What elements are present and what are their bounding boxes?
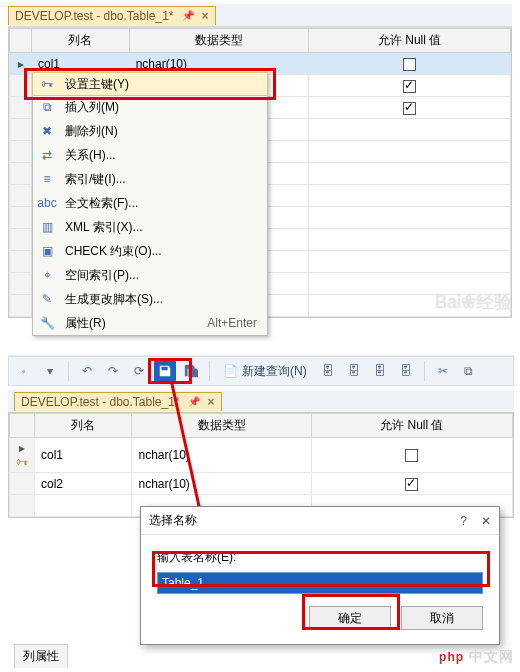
menu-xml-index[interactable]: ▥ XML 索引(X)... (33, 215, 267, 239)
menu-label: CHECK 约束(O)... (65, 243, 162, 260)
cut-icon[interactable]: ✂ (432, 360, 454, 382)
cell-null[interactable] (309, 53, 511, 75)
help-icon[interactable]: ? (460, 514, 467, 528)
menu-insert-column[interactable]: ⧉ 插入列(M) (33, 95, 267, 119)
close-icon[interactable]: × (208, 395, 215, 409)
new-query-label: 新建查询(N) (242, 363, 307, 380)
tab-strip: DEVELOP.test - dbo.Table_1* 📌 × (8, 390, 514, 412)
checkbox-icon[interactable] (405, 478, 418, 491)
xml-icon: ▥ (37, 220, 57, 234)
hdr-name: 列名 (32, 29, 130, 53)
save-icon (158, 364, 172, 378)
menu-label: XML 索引(X)... (65, 219, 143, 236)
undo-icon[interactable]: ↶ (76, 360, 98, 382)
column-properties-header[interactable]: 列属性 (14, 644, 68, 668)
menu-label: 生成更改脚本(S)... (65, 291, 163, 308)
redo-icon[interactable]: ↷ (102, 360, 124, 382)
spatial-icon: ⌖ (37, 268, 57, 282)
designer-tab[interactable]: DEVELOP.test - dbo.Table_1* 📌 × (8, 6, 216, 25)
table-row[interactable]: ▸🗝 col1 nchar(10) (10, 438, 513, 473)
cell-name[interactable]: col2 (35, 473, 132, 495)
menu-properties[interactable]: 🔧 属性(R) Alt+Enter (33, 311, 267, 335)
refresh-icon[interactable]: ⟳ (128, 360, 150, 382)
cell-null[interactable] (311, 473, 512, 495)
nav-back-icon[interactable]: ◦ (13, 360, 35, 382)
insert-icon: ⧉ (37, 100, 57, 114)
checkbox-icon[interactable] (403, 80, 416, 93)
wrench-icon: 🔧 (37, 316, 57, 330)
input-label: 输入表名称(E): (157, 549, 483, 566)
cell-name[interactable]: col1 (35, 438, 132, 473)
hdr-type: 数据类型 (132, 414, 311, 438)
watermark: Bai❀经验 (435, 290, 512, 314)
hdr-null: 允许 Null 值 (309, 29, 511, 53)
menu-indexes-keys[interactable]: ≡ 索引/键(I)... (33, 167, 267, 191)
hdr-name: 列名 (35, 414, 132, 438)
menu-label: 属性(R) (65, 315, 106, 332)
toolbar: ◦ ▾ ↶ ↷ ⟳ 📄 新建查询(N) 🗄 🗄 🗄 🗄 ✂ ⧉ (8, 356, 514, 386)
cell-type[interactable]: nchar(10) (132, 473, 311, 495)
designer-tab[interactable]: DEVELOP.test - dbo.Table_1* 📌 × (14, 392, 222, 411)
checkbox-icon[interactable] (405, 449, 418, 462)
save-all-icon[interactable] (180, 360, 202, 382)
menu-set-primary-key[interactable]: 🗝 设置主键(Y) (32, 72, 268, 96)
close-icon[interactable]: ✕ (481, 514, 491, 528)
save-button[interactable] (154, 360, 176, 382)
brand-watermark: php php 中文网中文网 (439, 648, 514, 666)
menu-delete-column[interactable]: ✖ 删除列(N) (33, 119, 267, 143)
cell-null[interactable] (311, 438, 512, 473)
menu-fulltext-index[interactable]: abc 全文检索(F)... (33, 191, 267, 215)
checkbox-icon[interactable] (403, 58, 416, 71)
hdr-type: 数据类型 (129, 29, 309, 53)
table-row[interactable]: col2 nchar(10) (10, 473, 513, 495)
ok-button[interactable]: 确定 (309, 606, 391, 630)
menu-label: 索引/键(I)... (65, 171, 126, 188)
primary-key-icon: 🗝 (16, 455, 28, 469)
tab-strip: DEVELOP.test - dbo.Table_1* 📌 × (8, 4, 512, 26)
db-xmla-icon[interactable]: 🗄 (369, 360, 391, 382)
dialog-titlebar[interactable]: 选择名称 ? ✕ (141, 507, 499, 535)
cell-type[interactable]: nchar(10) (132, 438, 311, 473)
tab-title: DEVELOP.test - dbo.Table_1* (15, 9, 174, 23)
delete-icon: ✖ (37, 124, 57, 138)
menu-spatial-index[interactable]: ⌖ 空间索引(P)... (33, 263, 267, 287)
close-icon[interactable]: × (202, 9, 209, 23)
menu-shortcut: Alt+Enter (207, 316, 257, 330)
index-icon: ≡ (37, 172, 57, 186)
menu-check-constraint[interactable]: ▣ CHECK 约束(O)... (33, 239, 267, 263)
new-query-button[interactable]: 📄 新建查询(N) (217, 360, 313, 382)
menu-label: 全文检索(F)... (65, 195, 138, 212)
menu-generate-scripts[interactable]: ✎ 生成更改脚本(S)... (33, 287, 267, 311)
choose-name-dialog: 选择名称 ? ✕ 输入表名称(E): 确定 取消 (140, 506, 500, 645)
tab-title: DEVELOP.test - dbo.Table_1* (21, 395, 180, 409)
db-mdx-icon[interactable]: 🗄 (317, 360, 339, 382)
key-icon: 🗝 (37, 77, 57, 91)
relation-icon: ⇄ (37, 148, 57, 162)
menu-label: 删除列(N) (65, 123, 118, 140)
menu-label: 插入列(M) (65, 99, 119, 116)
cancel-button[interactable]: 取消 (401, 606, 483, 630)
hdr-null: 允许 Null 值 (311, 414, 512, 438)
checkbox-icon[interactable] (403, 102, 416, 115)
db-dmx-icon[interactable]: 🗄 (343, 360, 365, 382)
columns-grid: 列名 数据类型 允许 Null 值 ▸🗝 col1 nchar(10) col2… (8, 412, 514, 518)
dialog-title: 选择名称 (149, 512, 197, 529)
pin-icon[interactable]: 📌 (188, 396, 200, 407)
pin-icon[interactable]: 📌 (182, 10, 194, 21)
check-icon: ▣ (37, 244, 57, 258)
script-icon: ✎ (37, 292, 57, 306)
db-dax-icon[interactable]: 🗄 (395, 360, 417, 382)
grid-header: 列名 数据类型 允许 Null 值 (10, 414, 513, 438)
copy-icon[interactable]: ⧉ (458, 360, 480, 382)
new-query-icon: 📄 (223, 364, 238, 378)
menu-label: 关系(H)... (65, 147, 116, 164)
menu-label: 设置主键(Y) (65, 76, 129, 93)
table-name-input[interactable] (157, 572, 483, 594)
context-menu: 🗝 设置主键(Y) ⧉ 插入列(M) ✖ 删除列(N) ⇄ 关系(H)... ≡… (32, 72, 268, 336)
row-indicator-icon: ▸🗝 (10, 438, 35, 473)
row-indicator-icon: ▸ (10, 53, 32, 75)
menu-label: 空间索引(P)... (65, 267, 139, 284)
menu-relationships[interactable]: ⇄ 关系(H)... (33, 143, 267, 167)
nav-fwd-icon[interactable]: ▾ (39, 360, 61, 382)
grid-header: 列名 数据类型 允许 Null 值 (10, 29, 511, 53)
